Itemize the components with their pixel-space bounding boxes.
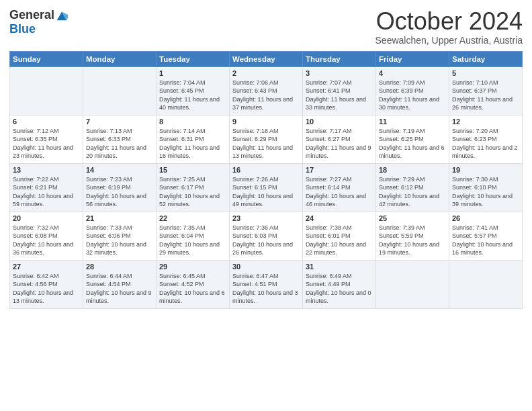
day-number: 31	[306, 263, 373, 271]
day-info: Sunrise: 7:07 AM Sunset: 6:41 PM Dayligh…	[306, 79, 373, 112]
day-info: Sunrise: 7:09 AM Sunset: 6:39 PM Dayligh…	[379, 79, 446, 112]
day-info: Sunrise: 7:39 AM Sunset: 5:59 PM Dayligh…	[379, 224, 446, 257]
day-info: Sunrise: 7:41 AM Sunset: 5:57 PM Dayligh…	[452, 224, 519, 257]
calendar-cell: 1Sunrise: 7:04 AM Sunset: 6:45 PM Daylig…	[157, 66, 230, 115]
calendar-cell: 3Sunrise: 7:07 AM Sunset: 6:41 PM Daylig…	[303, 66, 376, 115]
day-number: 28	[86, 263, 153, 271]
day-info: Sunrise: 7:27 AM Sunset: 6:14 PM Dayligh…	[306, 175, 373, 209]
day-info: Sunrise: 7:12 AM Sunset: 6:35 PM Dayligh…	[13, 127, 80, 161]
calendar-cell: 27Sunrise: 6:42 AM Sunset: 4:56 PM Dayli…	[10, 260, 83, 308]
day-number: 4	[379, 69, 446, 77]
calendar-cell	[449, 260, 523, 308]
day-number: 25	[379, 214, 446, 222]
day-info: Sunrise: 7:10 AM Sunset: 6:37 PM Dayligh…	[452, 79, 519, 112]
calendar-cell: 10Sunrise: 7:17 AM Sunset: 6:27 PM Dayli…	[303, 115, 376, 163]
day-info: Sunrise: 7:16 AM Sunset: 6:29 PM Dayligh…	[232, 127, 300, 161]
calendar-cell: 20Sunrise: 7:32 AM Sunset: 6:08 PM Dayli…	[10, 212, 83, 260]
page: General Blue October 2024 Seewalchen, Up…	[0, 0, 532, 411]
week-row-0: 1Sunrise: 7:04 AM Sunset: 6:45 PM Daylig…	[10, 66, 523, 115]
day-number: 7	[86, 118, 153, 126]
day-number: 13	[13, 166, 80, 174]
day-info: Sunrise: 7:04 AM Sunset: 6:45 PM Dayligh…	[159, 79, 226, 112]
week-row-2: 13Sunrise: 7:22 AM Sunset: 6:21 PM Dayli…	[10, 163, 523, 212]
day-info: Sunrise: 7:25 AM Sunset: 6:17 PM Dayligh…	[159, 175, 226, 209]
calendar-cell: 9Sunrise: 7:16 AM Sunset: 6:29 PM Daylig…	[230, 115, 303, 163]
day-number: 6	[13, 118, 80, 126]
calendar-cell: 6Sunrise: 7:12 AM Sunset: 6:35 PM Daylig…	[10, 115, 83, 163]
day-info: Sunrise: 6:44 AM Sunset: 4:54 PM Dayligh…	[86, 272, 153, 306]
day-header-thursday: Thursday	[303, 51, 376, 66]
calendar-cell	[10, 66, 83, 115]
day-header-wednesday: Wednesday	[230, 51, 303, 66]
day-number: 2	[232, 69, 300, 77]
day-info: Sunrise: 7:38 AM Sunset: 6:01 PM Dayligh…	[306, 224, 373, 257]
calendar-cell: 21Sunrise: 7:33 AM Sunset: 6:06 PM Dayli…	[83, 212, 157, 260]
day-info: Sunrise: 6:47 AM Sunset: 4:51 PM Dayligh…	[232, 272, 300, 306]
day-info: Sunrise: 6:42 AM Sunset: 4:56 PM Dayligh…	[13, 272, 80, 306]
calendar-cell: 15Sunrise: 7:25 AM Sunset: 6:17 PM Dayli…	[157, 163, 230, 212]
day-info: Sunrise: 7:26 AM Sunset: 6:15 PM Dayligh…	[232, 175, 300, 209]
week-row-1: 6Sunrise: 7:12 AM Sunset: 6:35 PM Daylig…	[10, 115, 523, 163]
calendar-table: SundayMondayTuesdayWednesdayThursdayFrid…	[9, 51, 523, 309]
day-number: 18	[379, 166, 446, 174]
day-header-friday: Friday	[376, 51, 449, 66]
day-info: Sunrise: 7:23 AM Sunset: 6:19 PM Dayligh…	[86, 175, 153, 209]
day-info: Sunrise: 7:06 AM Sunset: 6:43 PM Dayligh…	[232, 79, 300, 112]
location-title: Seewalchen, Upper Austria, Austria	[375, 35, 523, 46]
calendar-cell: 17Sunrise: 7:27 AM Sunset: 6:14 PM Dayli…	[303, 163, 376, 212]
day-info: Sunrise: 7:19 AM Sunset: 6:25 PM Dayligh…	[379, 127, 446, 161]
day-info: Sunrise: 6:45 AM Sunset: 4:52 PM Dayligh…	[159, 272, 226, 306]
day-header-monday: Monday	[83, 51, 157, 66]
day-info: Sunrise: 7:30 AM Sunset: 6:10 PM Dayligh…	[452, 175, 519, 209]
day-number: 20	[13, 214, 80, 222]
calendar-cell: 5Sunrise: 7:10 AM Sunset: 6:37 PM Daylig…	[449, 66, 523, 115]
day-number: 10	[306, 118, 373, 126]
calendar-cell: 14Sunrise: 7:23 AM Sunset: 6:19 PM Dayli…	[83, 163, 157, 212]
day-number: 11	[379, 118, 446, 126]
calendar-cell: 22Sunrise: 7:35 AM Sunset: 6:04 PM Dayli…	[157, 212, 230, 260]
calendar-cell: 8Sunrise: 7:14 AM Sunset: 6:31 PM Daylig…	[157, 115, 230, 163]
calendar-cell: 12Sunrise: 7:20 AM Sunset: 6:23 PM Dayli…	[449, 115, 523, 163]
day-number: 23	[232, 214, 300, 222]
calendar-cell: 18Sunrise: 7:29 AM Sunset: 6:12 PM Dayli…	[376, 163, 449, 212]
day-info: Sunrise: 7:17 AM Sunset: 6:27 PM Dayligh…	[306, 127, 373, 161]
day-header-sunday: Sunday	[10, 51, 83, 66]
logo-general-text: General	[9, 8, 54, 22]
day-info: Sunrise: 6:49 AM Sunset: 4:49 PM Dayligh…	[306, 272, 373, 306]
calendar-cell: 13Sunrise: 7:22 AM Sunset: 6:21 PM Dayli…	[10, 163, 83, 212]
calendar-cell: 24Sunrise: 7:38 AM Sunset: 6:01 PM Dayli…	[303, 212, 376, 260]
days-header-row: SundayMondayTuesdayWednesdayThursdayFrid…	[10, 51, 523, 66]
day-number: 1	[159, 69, 226, 77]
day-number: 19	[452, 166, 519, 174]
month-title: October 2024	[375, 8, 523, 35]
calendar-cell: 31Sunrise: 6:49 AM Sunset: 4:49 PM Dayli…	[303, 260, 376, 308]
day-number: 8	[159, 118, 226, 126]
calendar-cell: 2Sunrise: 7:06 AM Sunset: 6:43 PM Daylig…	[230, 66, 303, 115]
calendar-cell: 26Sunrise: 7:41 AM Sunset: 5:57 PM Dayli…	[449, 212, 523, 260]
calendar-cell: 16Sunrise: 7:26 AM Sunset: 6:15 PM Dayli…	[230, 163, 303, 212]
calendar-cell	[83, 66, 157, 115]
day-info: Sunrise: 7:29 AM Sunset: 6:12 PM Dayligh…	[379, 175, 446, 209]
calendar-cell: 30Sunrise: 6:47 AM Sunset: 4:51 PM Dayli…	[230, 260, 303, 308]
day-info: Sunrise: 7:20 AM Sunset: 6:23 PM Dayligh…	[452, 127, 519, 161]
calendar-cell: 23Sunrise: 7:36 AM Sunset: 6:03 PM Dayli…	[230, 212, 303, 260]
calendar-cell: 29Sunrise: 6:45 AM Sunset: 4:52 PM Dayli…	[157, 260, 230, 308]
day-info: Sunrise: 7:32 AM Sunset: 6:08 PM Dayligh…	[13, 224, 80, 257]
day-number: 5	[452, 69, 519, 77]
day-number: 30	[232, 263, 300, 271]
calendar-cell: 4Sunrise: 7:09 AM Sunset: 6:39 PM Daylig…	[376, 66, 449, 115]
day-number: 12	[452, 118, 519, 126]
title-block: October 2024 Seewalchen, Upper Austria, …	[375, 8, 523, 46]
day-number: 22	[159, 214, 226, 222]
week-row-3: 20Sunrise: 7:32 AM Sunset: 6:08 PM Dayli…	[10, 212, 523, 260]
day-number: 9	[232, 118, 300, 126]
day-info: Sunrise: 7:14 AM Sunset: 6:31 PM Dayligh…	[159, 127, 226, 161]
day-number: 27	[13, 263, 80, 271]
calendar-cell: 7Sunrise: 7:13 AM Sunset: 6:33 PM Daylig…	[83, 115, 157, 163]
day-number: 17	[306, 166, 373, 174]
day-number: 16	[232, 166, 300, 174]
calendar-cell: 11Sunrise: 7:19 AM Sunset: 6:25 PM Dayli…	[376, 115, 449, 163]
calendar-cell: 19Sunrise: 7:30 AM Sunset: 6:10 PM Dayli…	[449, 163, 523, 212]
day-info: Sunrise: 7:35 AM Sunset: 6:04 PM Dayligh…	[159, 224, 226, 257]
calendar-cell: 25Sunrise: 7:39 AM Sunset: 5:59 PM Dayli…	[376, 212, 449, 260]
